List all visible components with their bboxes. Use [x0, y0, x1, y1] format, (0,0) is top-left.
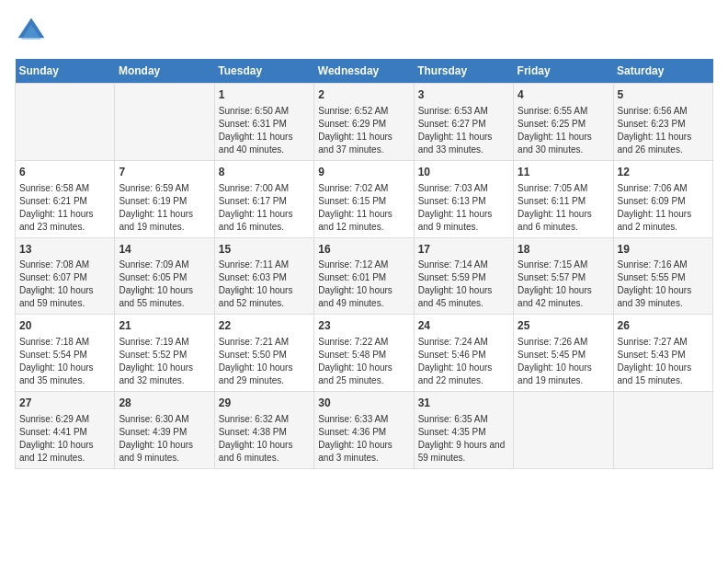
calendar-cell: 3Sunrise: 6:53 AM Sunset: 6:27 PM Daylig…	[414, 84, 513, 161]
day-header-thursday: Thursday	[414, 59, 513, 84]
day-info: Sunrise: 7:16 AM Sunset: 5:55 PM Dayligh…	[618, 259, 709, 310]
calendar-week-row: 1Sunrise: 6:50 AM Sunset: 6:31 PM Daylig…	[16, 84, 713, 161]
day-info: Sunrise: 7:15 AM Sunset: 5:57 PM Dayligh…	[518, 259, 609, 310]
calendar-cell: 31Sunrise: 6:35 AM Sunset: 4:35 PM Dayli…	[414, 392, 513, 469]
day-number: 25	[518, 318, 609, 334]
day-info: Sunrise: 6:30 AM Sunset: 4:39 PM Dayligh…	[119, 413, 210, 465]
day-info: Sunrise: 6:33 AM Sunset: 4:36 PM Dayligh…	[318, 413, 409, 465]
calendar-cell	[115, 84, 214, 161]
calendar-cell: 5Sunrise: 6:56 AM Sunset: 6:23 PM Daylig…	[613, 84, 712, 161]
day-info: Sunrise: 7:00 AM Sunset: 6:17 PM Dayligh…	[219, 182, 310, 234]
calendar-cell: 2Sunrise: 6:52 AM Sunset: 6:29 PM Daylig…	[314, 84, 414, 161]
day-number: 23	[318, 318, 409, 334]
day-info: Sunrise: 7:08 AM Sunset: 6:07 PM Dayligh…	[19, 259, 110, 310]
calendar-cell: 28Sunrise: 6:30 AM Sunset: 4:39 PM Dayli…	[115, 392, 214, 469]
calendar-cell: 7Sunrise: 6:59 AM Sunset: 6:19 PM Daylig…	[115, 160, 214, 237]
calendar-cell: 24Sunrise: 7:24 AM Sunset: 5:46 PM Dayli…	[414, 315, 513, 392]
day-header-sunday: Sunday	[16, 59, 115, 84]
day-number: 22	[219, 318, 310, 334]
calendar-week-row: 6Sunrise: 6:58 AM Sunset: 6:21 PM Daylig…	[16, 160, 713, 237]
day-number: 20	[19, 318, 110, 334]
day-info: Sunrise: 7:02 AM Sunset: 6:15 PM Dayligh…	[318, 182, 409, 234]
day-number: 27	[19, 396, 110, 411]
day-info: Sunrise: 6:29 AM Sunset: 4:41 PM Dayligh…	[19, 413, 110, 465]
day-info: Sunrise: 7:27 AM Sunset: 5:43 PM Dayligh…	[618, 336, 709, 387]
calendar-cell: 4Sunrise: 6:55 AM Sunset: 6:25 PM Daylig…	[514, 84, 613, 161]
day-info: Sunrise: 6:59 AM Sunset: 6:19 PM Dayligh…	[119, 182, 210, 234]
calendar-cell: 14Sunrise: 7:09 AM Sunset: 6:05 PM Dayli…	[115, 237, 214, 315]
day-number: 6	[19, 165, 110, 180]
calendar-week-row: 13Sunrise: 7:08 AM Sunset: 6:07 PM Dayli…	[16, 237, 713, 315]
day-number: 2	[318, 87, 409, 103]
calendar-table: SundayMondayTuesdayWednesdayThursdayFrid…	[15, 59, 713, 469]
logo-icon	[15, 15, 48, 48]
day-number: 16	[318, 242, 409, 258]
day-info: Sunrise: 6:56 AM Sunset: 6:23 PM Dayligh…	[618, 105, 709, 156]
calendar-cell: 9Sunrise: 7:02 AM Sunset: 6:15 PM Daylig…	[314, 160, 414, 237]
calendar-cell: 1Sunrise: 6:50 AM Sunset: 6:31 PM Daylig…	[214, 84, 313, 161]
day-info: Sunrise: 7:14 AM Sunset: 5:59 PM Dayligh…	[418, 259, 509, 310]
day-header-saturday: Saturday	[613, 59, 712, 84]
calendar-cell: 11Sunrise: 7:05 AM Sunset: 6:11 PM Dayli…	[514, 160, 613, 237]
day-info: Sunrise: 6:52 AM Sunset: 6:29 PM Dayligh…	[318, 105, 409, 156]
day-info: Sunrise: 6:50 AM Sunset: 6:31 PM Dayligh…	[219, 105, 310, 156]
day-header-wednesday: Wednesday	[314, 59, 414, 84]
day-number: 24	[418, 318, 509, 334]
day-header-tuesday: Tuesday	[214, 59, 313, 84]
day-number: 31	[418, 396, 509, 411]
day-info: Sunrise: 7:19 AM Sunset: 5:52 PM Dayligh…	[119, 336, 210, 387]
calendar-cell: 16Sunrise: 7:12 AM Sunset: 6:01 PM Dayli…	[314, 237, 414, 315]
day-info: Sunrise: 7:06 AM Sunset: 6:09 PM Dayligh…	[618, 182, 709, 234]
day-number: 29	[219, 396, 310, 411]
day-info: Sunrise: 7:22 AM Sunset: 5:48 PM Dayligh…	[318, 336, 409, 387]
calendar-cell: 12Sunrise: 7:06 AM Sunset: 6:09 PM Dayli…	[613, 160, 712, 237]
calendar-cell: 8Sunrise: 7:00 AM Sunset: 6:17 PM Daylig…	[214, 160, 313, 237]
day-number: 12	[618, 165, 709, 180]
day-number: 9	[318, 165, 409, 180]
day-number: 5	[618, 87, 709, 103]
day-info: Sunrise: 7:18 AM Sunset: 5:54 PM Dayligh…	[19, 336, 110, 387]
day-number: 1	[219, 87, 310, 103]
day-info: Sunrise: 7:09 AM Sunset: 6:05 PM Dayligh…	[119, 259, 210, 310]
calendar-cell: 21Sunrise: 7:19 AM Sunset: 5:52 PM Dayli…	[115, 315, 214, 392]
day-info: Sunrise: 6:55 AM Sunset: 6:25 PM Dayligh…	[518, 105, 609, 156]
day-info: Sunrise: 6:35 AM Sunset: 4:35 PM Dayligh…	[418, 413, 509, 465]
day-info: Sunrise: 7:05 AM Sunset: 6:11 PM Dayligh…	[518, 182, 609, 234]
calendar-cell: 17Sunrise: 7:14 AM Sunset: 5:59 PM Dayli…	[414, 237, 513, 315]
page-header	[15, 15, 713, 48]
day-info: Sunrise: 7:11 AM Sunset: 6:03 PM Dayligh…	[219, 259, 310, 310]
day-number: 18	[518, 242, 609, 258]
day-number: 3	[418, 87, 509, 103]
calendar-cell: 10Sunrise: 7:03 AM Sunset: 6:13 PM Dayli…	[414, 160, 513, 237]
day-number: 10	[418, 165, 509, 180]
day-number: 4	[518, 87, 609, 103]
day-info: Sunrise: 6:53 AM Sunset: 6:27 PM Dayligh…	[418, 105, 509, 156]
day-number: 13	[19, 242, 110, 258]
day-number: 21	[119, 318, 210, 334]
day-info: Sunrise: 7:26 AM Sunset: 5:45 PM Dayligh…	[518, 336, 609, 387]
calendar-cell: 25Sunrise: 7:26 AM Sunset: 5:45 PM Dayli…	[514, 315, 613, 392]
day-info: Sunrise: 7:24 AM Sunset: 5:46 PM Dayligh…	[418, 336, 509, 387]
calendar-cell: 18Sunrise: 7:15 AM Sunset: 5:57 PM Dayli…	[514, 237, 613, 315]
day-header-monday: Monday	[115, 59, 214, 84]
day-info: Sunrise: 6:58 AM Sunset: 6:21 PM Dayligh…	[19, 182, 110, 234]
calendar-header-row: SundayMondayTuesdayWednesdayThursdayFrid…	[16, 59, 713, 84]
day-header-friday: Friday	[514, 59, 613, 84]
day-number: 11	[518, 165, 609, 180]
day-number: 19	[618, 242, 709, 258]
calendar-cell: 15Sunrise: 7:11 AM Sunset: 6:03 PM Dayli…	[214, 237, 313, 315]
day-info: Sunrise: 7:21 AM Sunset: 5:50 PM Dayligh…	[219, 336, 310, 387]
calendar-cell: 30Sunrise: 6:33 AM Sunset: 4:36 PM Dayli…	[314, 392, 414, 469]
calendar-week-row: 20Sunrise: 7:18 AM Sunset: 5:54 PM Dayli…	[16, 315, 713, 392]
day-info: Sunrise: 7:12 AM Sunset: 6:01 PM Dayligh…	[318, 259, 409, 310]
day-number: 14	[119, 242, 210, 258]
calendar-cell: 23Sunrise: 7:22 AM Sunset: 5:48 PM Dayli…	[314, 315, 414, 392]
calendar-cell: 6Sunrise: 6:58 AM Sunset: 6:21 PM Daylig…	[16, 160, 115, 237]
day-number: 28	[119, 396, 210, 411]
day-number: 7	[119, 165, 210, 180]
calendar-cell: 22Sunrise: 7:21 AM Sunset: 5:50 PM Dayli…	[214, 315, 313, 392]
day-number: 26	[618, 318, 709, 334]
day-number: 17	[418, 242, 509, 258]
calendar-cell: 26Sunrise: 7:27 AM Sunset: 5:43 PM Dayli…	[613, 315, 712, 392]
day-info: Sunrise: 6:32 AM Sunset: 4:38 PM Dayligh…	[219, 413, 310, 465]
